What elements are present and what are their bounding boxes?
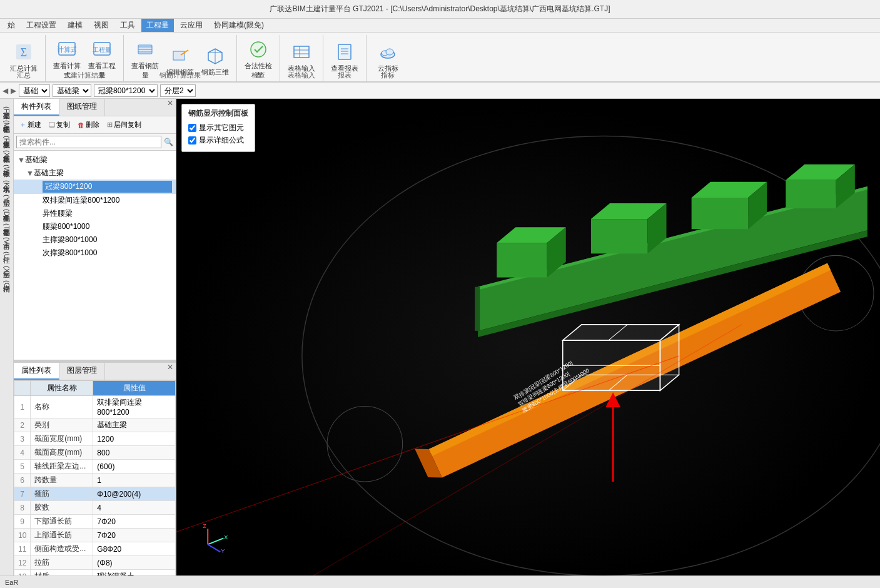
row-num: 7 — [14, 487, 31, 501]
checkbox-show-others[interactable] — [188, 124, 196, 132]
scene-svg: 双排梁|冠梁|冠梁800*1200| 双排梁间连梁800*1200| 腰梁800… — [176, 99, 880, 588]
sidebar-item-dubanjin[interactable]: 独板负筋(X) — [1, 148, 13, 162]
tree-item-yaoliang[interactable]: 腰梁800*1000 — [14, 220, 176, 233]
viewport[interactable]: 钢筋显示控制面板 显示其它图元 显示详细公式 — [176, 99, 880, 588]
menu-build[interactable]: 建模 — [63, 19, 88, 32]
prop-val: 双排梁间连梁800*1200 — [93, 396, 176, 418]
prop-val: 1 — [93, 474, 176, 487]
tree-item-guanliang[interactable]: 冠梁800*1200 — [14, 180, 176, 194]
filter-bar: ◀ ▶ 基础 基础梁 冠梁800*1200 分层2 — [0, 83, 880, 99]
sidebar-item-dubanzhuijn[interactable]: 独板主筋(R) — [1, 133, 13, 148]
rebar-3d-icon — [205, 46, 225, 66]
prop-name: 截面高度(mm) — [31, 446, 93, 460]
sidebar-item-goucao[interactable]: 沟槽(G) — [1, 278, 13, 293]
svg-rect-28 — [176, 104, 880, 582]
rebar-control-title: 钢筋显示控制面板 — [188, 108, 248, 119]
prop-val: 7Φ20 — [93, 515, 176, 529]
prop-name: 类别 — [31, 418, 93, 432]
qty-icon: 工程量 — [92, 39, 112, 59]
props-table-wrap: 属性名称 属性值 1 名称 双排梁间连梁800*1200 2 类别 基础主梁 3… — [14, 380, 176, 588]
svg-rect-42 — [591, 219, 647, 253]
table-row: 3 截面宽度(mm) 1200 — [14, 432, 176, 446]
tree-item-shuangjian[interactable]: 双排梁间连梁800*1200 — [14, 194, 176, 207]
svg-rect-48 — [786, 180, 836, 208]
component-panel-close[interactable]: ✕ — [164, 99, 176, 116]
btn-cloud-index[interactable]: 云指标 — [372, 38, 404, 75]
menu-tools[interactable]: 工具 — [115, 19, 140, 32]
prop-val: (Φ8) — [93, 556, 176, 570]
btn-table-input[interactable]: 表格输入 — [285, 38, 318, 75]
tree-item-zhuliang2[interactable]: 主撑梁800*1000 — [14, 233, 176, 246]
expand-arrow: ▼ — [18, 156, 25, 165]
table-row: 1 名称 双排梁间连梁800*1200 — [14, 396, 176, 418]
prop-name: 轴线距梁左边... — [31, 460, 93, 474]
filter-arrow-left[interactable]: ◀ — [3, 86, 8, 95]
tab-props-list[interactable]: 属性列表 — [14, 363, 59, 380]
sidebar-item-jishuikeng[interactable]: 集水坑(K) — [1, 178, 13, 192]
row-num: 12 — [14, 556, 31, 570]
table-row: 4 截面高度(mm) 800 — [14, 446, 176, 460]
btn-floor-copy[interactable]: ⊞ 层间复制 — [104, 118, 144, 131]
left-sidebar: 基础梁(F) 独板基础(M) 独板主筋(R) 独板负筋(X) 独板带(W) 集水… — [0, 99, 14, 588]
tree-item-ciliang[interactable]: 次撑梁800*1000 — [14, 246, 176, 260]
svg-rect-21 — [338, 44, 351, 59]
status-bar: EaR — [0, 575, 880, 588]
props-panel-close[interactable]: ✕ — [164, 363, 176, 380]
tree-item-zhuliang[interactable]: ▼ 基础主梁 — [14, 166, 176, 180]
tree-item-jichuliiang[interactable]: ▼ 基础梁 — [14, 153, 176, 166]
row-num: 3 — [14, 432, 31, 446]
sidebar-item-yixingjichi[interactable]: 异形基础(T) — [1, 221, 13, 235]
svg-point-16 — [251, 42, 266, 57]
btn-new-component[interactable]: ＋ 新建 — [16, 118, 44, 131]
sidebar-item-chengtai[interactable]: 承台(V) — [1, 235, 13, 249]
filter-arrow-right[interactable]: ▶ — [11, 86, 16, 95]
checkbox-show-formula[interactable] — [188, 136, 196, 144]
svg-text:X: X — [224, 534, 228, 540]
svg-rect-39 — [497, 243, 547, 277]
filter-layer[interactable]: 分层2 — [160, 84, 196, 97]
report-icon — [335, 42, 355, 62]
sidebar-item-zhu[interactable]: 柱(U) — [1, 249, 13, 263]
sidebar-item-jichuliiang[interactable]: 基础梁(F) — [1, 104, 13, 118]
toolbar-group-tujian: 计算式 查看计算式 工程量 查看工程量 土建计算结果 — [46, 35, 124, 81]
table-row: 9 下部通长筋 7Φ20 — [14, 515, 176, 529]
sidebar-item-dubandai[interactable]: 独板带(W) — [1, 162, 13, 178]
btn-view-report[interactable]: 查看报表 — [328, 38, 361, 75]
copy-icon: ❏ — [49, 121, 55, 129]
table-row: 6 跨数量 1 — [14, 474, 176, 487]
sidebar-item-dianceng[interactable]: 垫层(Y) — [1, 192, 13, 206]
menu-cloud[interactable]: 云应用 — [175, 19, 208, 32]
menu-view[interactable]: 视图 — [89, 19, 114, 32]
filter-component-type[interactable]: 基础梁 — [53, 84, 91, 97]
menu-start[interactable]: 始 — [3, 19, 20, 32]
app-title: 广联达BIM土建计量平台 GTJ2021 - [C:\Users\Adminis… — [270, 4, 610, 14]
btn-copy-component[interactable]: ❏ 复制 — [46, 118, 73, 131]
component-toolbar: ＋ 新建 ❏ 复制 🗑 删除 ⊞ 层间复制 — [14, 116, 176, 134]
menu-project-settings[interactable]: 工程设置 — [21, 19, 61, 32]
search-icon[interactable]: 🔍 — [164, 138, 173, 146]
menu-qty[interactable]: 工程量 — [141, 19, 174, 32]
menu-collab[interactable]: 协同建模(限免) — [209, 19, 269, 32]
btn-calc[interactable]: Σ 汇总计算 — [8, 38, 40, 75]
svg-marker-52 — [563, 325, 679, 340]
title-bar: 广联达BIM土建计量平台 GTJ2021 - [C:\Users\Adminis… — [0, 0, 880, 19]
tab-drawing-mgmt[interactable]: 图纸管理 — [59, 99, 105, 116]
tree-item-yixing[interactable]: 异性腰梁 — [14, 207, 176, 220]
svg-rect-10 — [173, 51, 185, 60]
tab-layer-mgmt[interactable]: 图层管理 — [59, 363, 105, 380]
tab-component-list[interactable]: 构件列表 — [14, 99, 59, 116]
filter-component-name[interactable]: 冠梁800*1200 — [94, 84, 158, 97]
btn-delete-component[interactable]: 🗑 删除 — [74, 118, 103, 131]
sidebar-item-dulijichi[interactable]: 独立基础(D) — [1, 206, 13, 221]
sidebar-item-dubanjichi[interactable]: 独板基础(M) — [1, 118, 13, 133]
search-input[interactable] — [16, 136, 161, 148]
filter-floor[interactable]: 基础 — [19, 84, 50, 97]
sidebar-item-taimou[interactable]: 胎膜 — [1, 292, 13, 297]
svg-rect-17 — [294, 46, 309, 58]
prop-name: 侧面构造或受... — [31, 542, 93, 556]
table-row: 8 胶数 4 — [14, 501, 176, 515]
table-row: 5 轴线距梁左边... (600) — [14, 460, 176, 474]
toolbar-group-table: 表格输入 表格输入 — [280, 35, 323, 81]
sidebar-item-tuceng[interactable]: 图层(X) — [1, 263, 13, 278]
col-propval: 属性值 — [93, 381, 176, 396]
